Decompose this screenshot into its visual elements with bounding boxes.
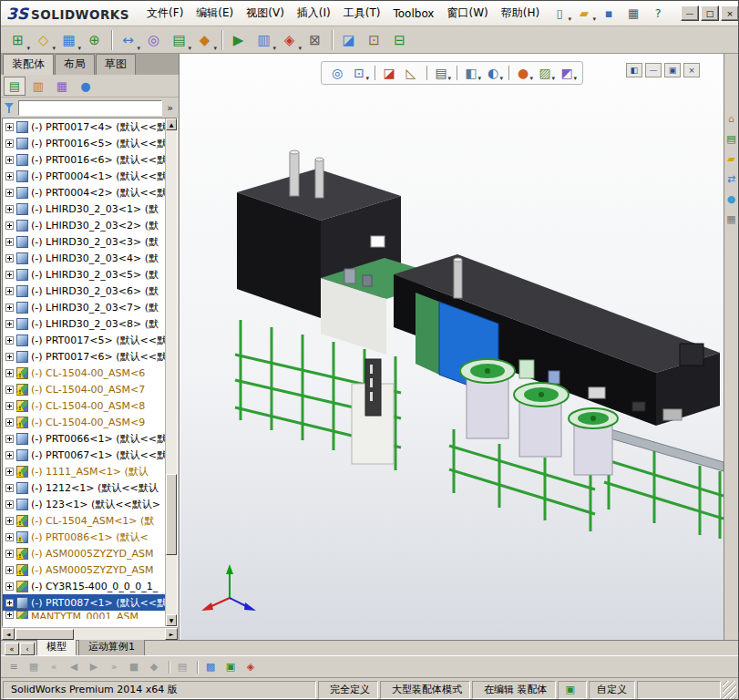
conveyor[interactable] xyxy=(598,426,724,539)
zoom-fit-icon[interactable]: ◎ xyxy=(327,64,347,82)
featuremanager-tab[interactable]: ▤ xyxy=(4,77,26,96)
resources-icon[interactable]: ⌂ xyxy=(728,114,734,124)
zoom-area-icon[interactable]: ⊡ xyxy=(349,64,369,82)
tree-item[interactable]: (-) LHIRD30_2_03<8> (默 xyxy=(3,315,165,332)
expand-icon[interactable] xyxy=(5,611,14,619)
tree-item[interactable]: (-) PRT0067<1> (默认<<默 xyxy=(3,447,165,463)
expand-icon[interactable] xyxy=(5,468,14,476)
print-button[interactable]: ▦ xyxy=(621,4,645,23)
feeder-pedestal[interactable] xyxy=(467,375,508,438)
smart-fasteners-button[interactable]: ⊕ xyxy=(82,28,107,52)
tree-vertical-scrollbar[interactable]: ▲ ▼ xyxy=(165,118,177,626)
scroll-down-arrow[interactable]: ▼ xyxy=(166,614,177,626)
tree-item[interactable]: (-) CL-1504-00_ASM<6 xyxy=(3,365,165,381)
vertical-scroll-thumb[interactable] xyxy=(166,474,177,555)
open-button[interactable]: ▰ xyxy=(572,4,596,23)
feeder-pedestal[interactable] xyxy=(574,422,612,475)
play-reverse-button[interactable]: ◀ xyxy=(65,659,83,675)
bill-of-materials-button[interactable]: ▥ xyxy=(251,28,276,52)
expand-icon[interactable] xyxy=(5,320,14,328)
expand-icon[interactable] xyxy=(5,369,14,377)
large-assembly-button[interactable]: ⊟ xyxy=(387,28,412,52)
expand-icon[interactable] xyxy=(5,566,14,574)
menu-item[interactable]: 视图(V) xyxy=(240,1,291,26)
menu-item[interactable]: 工具(T) xyxy=(337,1,387,26)
cylinder[interactable] xyxy=(315,160,323,198)
tree-item[interactable]: (-) LHIRD30_2_03<2> (默 xyxy=(3,217,165,233)
expand-icon[interactable] xyxy=(5,189,14,197)
mate-button[interactable]: ◇ xyxy=(31,28,56,52)
expand-icon[interactable] xyxy=(5,582,14,591)
motion-filter-button[interactable]: ≡ xyxy=(5,659,23,675)
doc-restore-button[interactable]: ▣ xyxy=(664,63,681,77)
tree-item[interactable]: (-) CL-1504-00_ASM<8 xyxy=(3,397,165,414)
tree-item[interactable]: (-) PRT0004<2> (默认<<默 xyxy=(3,184,165,201)
scroll-tabs-first-button[interactable]: « xyxy=(5,643,19,655)
scroll-right-arrow[interactable]: ► xyxy=(165,628,178,640)
expand-icon[interactable] xyxy=(5,533,14,541)
tree-item[interactable]: (-) PRT0016<6> (默认<<默 xyxy=(3,151,165,168)
expand-icon[interactable] xyxy=(5,156,14,164)
menu-item[interactable]: Toolbox xyxy=(386,3,440,25)
tree-item[interactable]: (-) CL-1504-00_ASM<7 xyxy=(3,381,165,397)
configurationmanager-tab[interactable]: ▦ xyxy=(51,77,73,96)
tree-item[interactable]: (-) PRT0016<5> (默认<<默 xyxy=(3,135,165,151)
stop-button[interactable]: ■ xyxy=(125,659,143,675)
tree-item[interactable]: (-) 1111_ASM<1> (默认 xyxy=(3,463,165,479)
mate-controller-button[interactable]: ▩ xyxy=(201,659,220,675)
menu-item[interactable]: 插入(I) xyxy=(291,1,337,26)
expand-icon[interactable] xyxy=(5,402,14,410)
expand-icon[interactable] xyxy=(5,500,14,509)
evaluate-button[interactable]: ◪ xyxy=(336,28,361,52)
tree-item[interactable]: (-) CY3R15-400_0_0_0_1_ xyxy=(3,578,165,594)
tree-item[interactable]: (-) LHIRD30_2_03<3> (默 xyxy=(3,233,165,250)
section-view-icon[interactable]: ◪ xyxy=(379,64,399,82)
expand-icon[interactable] xyxy=(5,287,14,295)
tree-item[interactable]: (-) CL-1504_ASM<1> (默 xyxy=(3,512,165,529)
file-explorer-icon[interactable]: ▰ xyxy=(727,154,734,164)
edit-appearance-icon[interactable]: ● xyxy=(513,64,533,82)
doc-minimize-button[interactable]: — xyxy=(645,63,662,77)
assembly-features-button[interactable]: ▤ xyxy=(167,28,191,52)
cylinder[interactable] xyxy=(454,260,462,298)
tree-item[interactable]: (-) ASM0005ZYZYD_ASM xyxy=(3,545,165,561)
take-snapshot-button[interactable]: ⊡ xyxy=(362,28,386,52)
green-panel[interactable] xyxy=(416,293,439,375)
view-orientation-icon[interactable]: ▤ xyxy=(431,64,451,82)
simulation-elements-button[interactable]: ◈ xyxy=(241,659,260,675)
tab-motion-study-1[interactable]: 运动算例1 xyxy=(78,638,145,655)
propertymanager-tab[interactable]: ▥ xyxy=(27,77,49,96)
tree-item[interactable]: (-) PRT0066<1> (默认<<默 xyxy=(3,430,165,447)
view-palette-icon[interactable]: ⇄ xyxy=(727,174,735,184)
maximize-button[interactable]: □ xyxy=(701,5,719,21)
graphics-viewport[interactable]: ◎⊡◪◺▤◧◐●▨◩ ◧—▣× xyxy=(180,54,724,640)
expand-icon[interactable] xyxy=(5,172,14,180)
animation-wizard-button[interactable]: ▤ xyxy=(173,659,191,675)
apply-scene-icon[interactable]: ▨ xyxy=(535,64,555,82)
expand-icon[interactable] xyxy=(5,304,14,312)
cylinder[interactable] xyxy=(290,152,299,196)
tree-item[interactable]: (-) 1212<1> (默认<<默认 xyxy=(3,479,165,496)
new-motion-study-button[interactable]: ▶ xyxy=(226,28,251,52)
jump-to-start-button[interactable]: « xyxy=(45,659,63,675)
expand-icon[interactable] xyxy=(5,484,14,492)
doc-close-button[interactable]: × xyxy=(683,63,700,77)
panel-overflow-button[interactable]: » xyxy=(165,102,175,114)
show-hidden-components-button[interactable]: ◎ xyxy=(141,28,166,52)
tree-item[interactable]: (-) PRT0017<5> (默认<<默 xyxy=(3,332,165,348)
component-pattern-button[interactable]: ▦ xyxy=(56,28,81,52)
tree-item[interactable]: (-) 123<1> (默认<<默认> xyxy=(3,496,165,512)
menu-item[interactable]: 帮助(H) xyxy=(495,1,546,26)
tree-item[interactable]: MANTYTM_0001_ASM xyxy=(3,611,165,619)
close-button[interactable]: × xyxy=(721,5,739,21)
interference-detection-button[interactable]: ⊠ xyxy=(303,28,327,52)
display-style-icon[interactable]: ◧ xyxy=(461,64,481,82)
move-component-button[interactable]: ↔ xyxy=(116,28,140,52)
tree-item[interactable]: (-) LHIRD30_2_03<7> (默 xyxy=(3,299,165,315)
play-button[interactable]: ▶ xyxy=(85,659,103,675)
tree-item[interactable]: (-) CL-1504-00_ASM<9 xyxy=(3,414,165,430)
expand-icon[interactable] xyxy=(5,238,14,246)
new-document-button[interactable]: ▯ xyxy=(548,4,571,23)
displaymanager-tab[interactable]: ● xyxy=(75,77,97,96)
calculate-button[interactable]: ▦ xyxy=(25,659,43,675)
